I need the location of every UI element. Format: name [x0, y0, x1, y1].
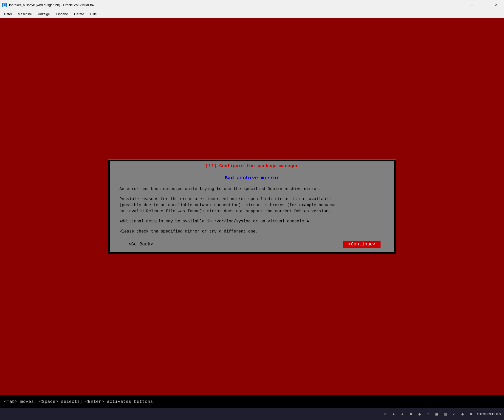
- dialog-subtitle: Bad archive mirror: [119, 175, 385, 181]
- maximize-button[interactable]: □: [478, 1, 490, 9]
- vm-display: [!!] Configure the package manager Bad a…: [0, 18, 504, 395]
- dialog-box: [!!] Configure the package manager Bad a…: [110, 161, 394, 252]
- title-line-right: [303, 166, 391, 166]
- vbox-icon: [2, 3, 7, 8]
- taskbar-icon-3[interactable]: ▲: [399, 410, 406, 417]
- dialog-buttons: <Go Back> <Continue>: [119, 241, 385, 248]
- window-controls: – □ ✕: [466, 1, 502, 9]
- taskbar-icon-6[interactable]: ✦: [425, 410, 432, 417]
- bottom-bar-text: <Tab> moves; <Space> selects; <Enter> ac…: [4, 399, 153, 404]
- menu-hilfe[interactable]: Hilfe: [87, 11, 100, 17]
- dialog-text-line-4: an invalid Release file was found); mirr…: [119, 209, 331, 214]
- taskbar: ○ ● ▲ ■ ◆ ✦ ▣ ▤ ✓ ◆ ■ STRG-RECHTS: [0, 408, 504, 420]
- taskbar-icon-9[interactable]: ✓: [450, 410, 457, 417]
- taskbar-icon-7[interactable]: ▣: [433, 410, 440, 417]
- menu-maschine[interactable]: Maschine: [15, 11, 35, 17]
- dialog-text-line-0: An error has been detected while trying …: [119, 186, 385, 192]
- taskbar-icon-5[interactable]: ◆: [416, 410, 423, 417]
- taskbar-icon-1[interactable]: ○: [382, 410, 389, 417]
- menu-anzeige[interactable]: Anzeige: [35, 11, 53, 17]
- dialog-text-line-2: Possible reasons for the error are: inco…: [119, 197, 331, 201]
- taskbar-icon-4[interactable]: ■: [407, 410, 414, 417]
- close-button[interactable]: ✕: [490, 1, 502, 9]
- dialog-text-line-3: (possibly due to an unreliable network c…: [119, 203, 336, 207]
- title-bar: iobroker_bullseye [wird ausgeführt] - Or…: [0, 0, 504, 10]
- dialog-text-block-1: Possible reasons for the error are: inco…: [119, 196, 385, 214]
- dialog-title-bar: [!!] Configure the package manager: [110, 162, 394, 170]
- taskbar-icon-10[interactable]: ◆: [459, 410, 466, 417]
- title-line-left: [113, 166, 201, 166]
- go-back-button[interactable]: <Go Back>: [123, 241, 158, 248]
- minimize-button[interactable]: –: [466, 1, 478, 9]
- continue-button[interactable]: <Continue>: [343, 241, 381, 248]
- taskbar-icon-11[interactable]: ■: [468, 410, 475, 417]
- dialog-title: [!!] Configure the package manager: [201, 163, 302, 169]
- dialog-outer: [!!] Configure the package manager Bad a…: [108, 159, 396, 254]
- menu-geraete[interactable]: Geräte: [71, 11, 87, 17]
- taskbar-icon-8[interactable]: ▤: [442, 410, 449, 417]
- bottom-bar: <Tab> moves; <Space> selects; <Enter> ac…: [0, 395, 504, 408]
- menu-datei[interactable]: Datei: [1, 11, 15, 17]
- dialog-body: Bad archive mirror An error has been det…: [110, 170, 394, 252]
- dialog-text-line-6: Additional details may be available in /…: [119, 218, 385, 224]
- menu-bar: Datei Maschine Anzeige Eingabe Geräte Hi…: [0, 10, 504, 18]
- taskbar-strg-label: STRG-RECHTS: [477, 412, 501, 416]
- taskbar-icon-2[interactable]: ●: [390, 410, 397, 417]
- svg-rect-2: [4, 4, 6, 6]
- menu-eingabe[interactable]: Eingabe: [53, 11, 71, 17]
- dialog-text-line-8: Please check the specified mirror or try…: [119, 228, 385, 235]
- window-title: iobroker_bullseye [wird ausgeführt] - Or…: [9, 3, 466, 7]
